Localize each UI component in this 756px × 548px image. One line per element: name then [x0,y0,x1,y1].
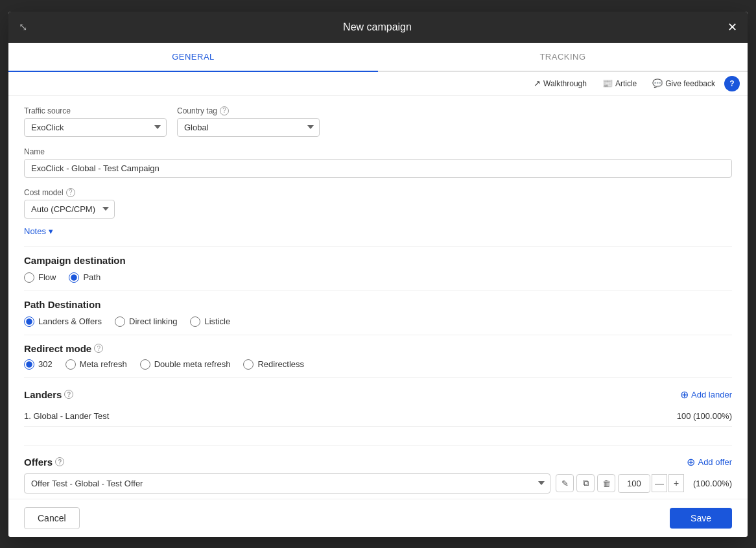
lander-item: 1. Global - Lander Test 100 (100.00%) [24,406,732,427]
modal-overlay: ⤡ New campaign ✕ GENERAL TRACKING ↗ Walk… [0,0,756,548]
302-radio[interactable] [24,359,34,370]
offer-item: Offer Test - Global - Test Offer ✎ ⧉ 🗑 [24,473,732,494]
notes-label: Notes [24,226,46,236]
offer-weight-input[interactable] [618,474,650,493]
tab-tracking[interactable]: TRACKING [378,43,748,71]
tab-general[interactable]: GENERAL [8,43,378,72]
double-meta-label: Double meta refresh [154,359,231,369]
edit-offer-button[interactable]: ✎ [556,474,574,492]
delete-offer-button[interactable]: 🗑 [597,474,615,492]
landers-help-icon[interactable]: ? [64,390,73,399]
double-meta-radio[interactable] [140,359,150,370]
name-group: Name [24,147,732,178]
help-icon: ? [729,79,734,88]
add-lander-plus-icon: ⊕ [680,388,689,401]
feedback-icon: 💬 [652,78,663,88]
country-tag-select[interactable]: Global US UK DE [177,118,320,137]
weight-controls: — + [618,474,684,493]
copy-icon: ⧉ [583,478,589,488]
redirect-mode-radios: 302 Meta refresh Double meta refresh Red… [24,359,732,370]
flow-radio-label: Flow [38,272,56,282]
add-lander-label: Add lander [691,390,732,399]
radio-double-meta[interactable]: Double meta refresh [140,359,231,370]
offer-percentage: (100.00%) [687,479,732,488]
radio-redirectless[interactable]: Redirectless [243,359,304,370]
listicle-label: Listicle [204,316,230,326]
campaign-destination-radios: Flow Path [24,272,732,283]
cost-model-group: Cost model ? Auto (CPC/CPM) CPC CPM CPA [24,188,732,219]
path-radio-input[interactable] [69,272,79,283]
cost-model-help-icon[interactable]: ? [66,188,75,197]
flow-radio-input[interactable] [24,272,34,283]
radio-direct-linking[interactable]: Direct linking [115,316,177,327]
redirect-mode-title: Redirect mode [24,343,91,354]
meta-refresh-radio[interactable] [65,359,76,370]
resize-icon: ⤡ [19,21,27,33]
redirect-mode-section: Redirect mode ? 302 Meta refresh Double … [24,343,732,370]
lander-name: 1. Global - Lander Test [24,411,109,421]
weight-minus-button[interactable]: — [652,474,667,492]
campaign-destination-title: Campaign destination [24,255,732,266]
landers-offers-label: Landers & Offers [38,316,102,326]
offer-select[interactable]: Offer Test - Global - Test Offer [24,473,550,494]
direct-linking-label: Direct linking [129,316,177,326]
divider-4 [24,377,732,378]
direct-linking-radio[interactable] [115,316,125,327]
add-offer-label: Add offer [698,457,732,467]
article-icon: 📰 [602,78,613,88]
path-destination-title: Path Destination [24,299,732,310]
traffic-source-label: Traffic source [24,106,167,115]
article-button[interactable]: 📰 Article [596,76,643,91]
offers-help-icon[interactable]: ? [55,457,64,466]
path-destination-section: Path Destination Landers & Offers Direct… [24,299,732,327]
radio-listicle[interactable]: Listicle [190,316,230,327]
feedback-button[interactable]: 💬 Give feedback [646,76,722,91]
walkthrough-button[interactable]: ↗ Walkthrough [527,76,593,91]
redirectless-radio[interactable] [243,359,254,370]
radio-flow[interactable]: Flow [24,272,56,283]
traffic-source-group: Traffic source ExoClick Google Facebook … [24,106,167,137]
spacer [24,427,732,437]
path-destination-radios: Landers & Offers Direct linking Listicle [24,316,732,327]
redirect-mode-help-icon[interactable]: ? [94,344,103,353]
name-input[interactable] [24,159,732,178]
name-label: Name [24,147,732,156]
modal-footer: Cancel Save [8,499,748,537]
save-button[interactable]: Save [670,508,732,529]
divider-5 [24,445,732,446]
offers-title: Offers [24,457,53,468]
radio-path[interactable]: Path [69,272,100,283]
lander-weight: 100 (100.00%) [677,411,732,421]
cancel-button[interactable]: Cancel [24,507,80,529]
modal-title: New campaign [27,21,727,33]
help-button[interactable]: ? [724,76,740,91]
modal: ⤡ New campaign ✕ GENERAL TRACKING ↗ Walk… [8,12,748,537]
offers-section: Offers ? ⊕ Add offer Offer Test - Global… [24,456,732,494]
close-button[interactable]: ✕ [727,20,737,34]
tabs-row: GENERAL TRACKING [8,43,748,72]
edit-icon: ✎ [561,479,569,488]
walkthrough-label: Walkthrough [543,79,587,88]
radio-302[interactable]: 302 [24,359,53,370]
article-label: Article [615,79,637,88]
add-offer-button[interactable]: ⊕ Add offer [687,456,732,468]
listicle-radio[interactable] [190,316,200,327]
offer-actions: ✎ ⧉ 🗑 — [556,474,732,493]
cost-model-select[interactable]: Auto (CPC/CPM) CPC CPM CPA [24,200,115,219]
add-lander-button[interactable]: ⊕ Add lander [680,388,732,401]
landers-offers-radio[interactable] [24,316,34,327]
radio-meta-refresh[interactable]: Meta refresh [65,359,127,370]
radio-landers-offers[interactable]: Landers & Offers [24,316,102,327]
copy-offer-button[interactable]: ⧉ [576,474,595,492]
minus-icon: — [655,478,664,488]
notes-toggle[interactable]: Notes ▾ [24,226,732,236]
landers-header: Landers ? ⊕ Add lander [24,388,732,401]
add-offer-plus-icon: ⊕ [687,456,695,468]
toolbar: ↗ Walkthrough 📰 Article 💬 Give feedback … [8,72,748,96]
traffic-source-select[interactable]: ExoClick Google Facebook TikTok [24,118,167,137]
country-help-icon[interactable]: ? [220,106,229,115]
divider-1 [24,246,732,247]
source-country-row: Traffic source ExoClick Google Facebook … [24,106,732,137]
walkthrough-icon: ↗ [534,78,541,88]
weight-plus-button[interactable]: + [668,474,684,492]
